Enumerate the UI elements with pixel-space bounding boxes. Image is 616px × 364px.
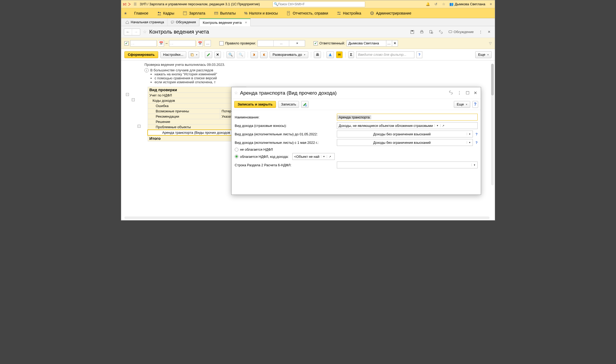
preview-icon[interactable] xyxy=(428,29,435,35)
global-search[interactable]: 🔍 xyxy=(273,1,365,7)
radio-tax[interactable] xyxy=(235,155,238,158)
bell-icon[interactable]: 🔔 xyxy=(425,2,430,7)
tab-control[interactable]: Контроль ведения учета✕ xyxy=(199,19,251,26)
ellipsis-icon[interactable]: … xyxy=(273,40,289,46)
date-to-input[interactable]: . . xyxy=(169,40,196,47)
more-icon[interactable]: ⋮ xyxy=(456,89,463,96)
close-icon[interactable]: ✕ xyxy=(245,21,247,24)
write-close-button[interactable]: Записать и закрыть xyxy=(234,101,276,108)
open-icon[interactable]: ↗ xyxy=(440,124,446,127)
history-icon[interactable]: ↺ xyxy=(433,2,438,7)
ellipsis-icon[interactable]: … xyxy=(386,40,392,47)
svg-point-12 xyxy=(338,12,339,13)
tree-collapse-icon[interactable]: − xyxy=(126,93,129,96)
edit-button[interactable] xyxy=(205,51,212,58)
write-button[interactable]: Записать xyxy=(278,101,299,108)
menu-taxes[interactable]: %Налоги и взносы xyxy=(240,8,282,18)
rule-checkbox[interactable]: ✔ xyxy=(219,41,224,45)
download-button[interactable] xyxy=(327,51,334,58)
help-button[interactable]: ? xyxy=(472,101,478,108)
radio-notax[interactable] xyxy=(235,148,238,151)
save-icon[interactable] xyxy=(409,29,416,35)
clear-icon[interactable]: ✕ xyxy=(392,40,398,47)
help-icon[interactable]: ? xyxy=(475,141,478,145)
dropdown-icon[interactable]: ▾ xyxy=(472,164,477,166)
user-menu[interactable]: 👥 Дымкова Светлана xyxy=(449,2,485,6)
scrollbar-vertical[interactable] xyxy=(491,64,494,185)
name-field[interactable]: Аренда транспорта xyxy=(337,114,478,121)
row-reasons[interactable]: Возможные причины xyxy=(148,109,220,114)
menu-salary[interactable]: Зарплата xyxy=(178,8,209,18)
history-button[interactable] xyxy=(301,101,309,108)
print-button[interactable]: 🖶 xyxy=(314,51,321,58)
menu-personnel[interactable]: Кадры xyxy=(153,8,179,18)
dropdown-icon[interactable]: ▾ xyxy=(467,141,473,144)
rule-field[interactable]: …✕ xyxy=(257,40,305,47)
section2-field[interactable]: ▾ xyxy=(337,162,478,168)
close-icon[interactable]: ✕ xyxy=(486,29,492,35)
menu-lines-icon[interactable]: ≡ xyxy=(488,2,493,7)
tree-collapse-icon[interactable]: − xyxy=(138,125,141,128)
menu-admin[interactable]: Администрирование xyxy=(365,8,416,18)
tab-discussions[interactable]: Обсуждения xyxy=(167,18,200,26)
more-icon[interactable]: ⋮ xyxy=(477,29,484,35)
svg-point-26 xyxy=(305,105,307,106)
hamburger-icon[interactable]: ☰ xyxy=(133,2,138,7)
filter-input[interactable]: Введите слово для фильтр... xyxy=(356,51,414,58)
more-button[interactable]: Еще xyxy=(475,51,492,58)
print-icon[interactable] xyxy=(418,29,425,35)
link-icon[interactable] xyxy=(437,29,445,35)
exec2-field[interactable]: Доходы без ограничения взысканий ▾ xyxy=(337,139,473,146)
favorite-star-icon[interactable]: ☆ xyxy=(234,90,238,95)
help-button[interactable]: ? xyxy=(416,51,422,58)
close-icon[interactable]: ✕ xyxy=(473,89,478,96)
tab-home[interactable]: Начальная страница xyxy=(122,18,167,26)
dropdown-icon[interactable]: ▾ xyxy=(467,133,473,135)
expand-button[interactable] xyxy=(260,51,268,58)
dropdown-icon[interactable]: ▾ xyxy=(321,155,327,158)
link-icon[interactable] xyxy=(448,89,454,97)
menu-main[interactable]: Главное xyxy=(130,8,153,18)
filter-funnel-icon[interactable]: ▽ xyxy=(489,41,492,45)
exec1-field[interactable]: Доходы без ограничения взысканий ▾ xyxy=(337,131,473,137)
menu-reports[interactable]: Отчетность, справки xyxy=(282,8,332,18)
help-icon[interactable]: ? xyxy=(475,132,478,136)
row-recom[interactable]: Рекомендации xyxy=(148,114,220,119)
discussion-button[interactable]: Обсуждение xyxy=(447,29,475,35)
collapse-button[interactable] xyxy=(251,51,258,58)
favorite-star-icon[interactable]: ☆ xyxy=(143,29,147,34)
search-input[interactable] xyxy=(278,2,364,6)
resp-value[interactable]: Дымкова Светлана xyxy=(347,40,386,47)
menu-payouts[interactable]: Выплаты xyxy=(210,8,240,18)
forward-button[interactable]: → xyxy=(132,29,140,35)
favorites-star[interactable]: ★ xyxy=(121,11,130,15)
open-icon[interactable]: ↗ xyxy=(327,155,333,158)
tax-code-field[interactable]: <Объект не най ▾ ↗ xyxy=(292,153,335,160)
clear-button[interactable]: ✕ xyxy=(214,51,221,58)
date-from-input[interactable]: . . xyxy=(130,40,157,47)
resp-checkbox[interactable]: ✔ xyxy=(314,41,318,45)
svg-point-13 xyxy=(339,13,340,15)
expand-to-button[interactable]: Разворачивать до xyxy=(270,51,308,58)
zoom-in-button[interactable]: 🔍 xyxy=(227,51,235,58)
star-icon[interactable]: ☆ xyxy=(441,2,446,7)
email-button[interactable]: ✉ xyxy=(336,51,343,58)
menu-settings[interactable]: Настройка xyxy=(332,8,365,18)
insurance-field[interactable]: Доходы, не являющиеся объектом обложения… xyxy=(337,122,478,129)
calendar-icon[interactable]: 📅 xyxy=(158,40,164,47)
copy-settings-button[interactable] xyxy=(188,51,199,58)
back-button[interactable]: ← xyxy=(124,29,132,35)
generate-button[interactable]: Сформировать xyxy=(124,51,158,58)
calendar-icon[interactable]: 📅 xyxy=(197,40,203,47)
tree-collapse-icon[interactable]: − xyxy=(132,98,135,101)
scrollbar-horizontal[interactable] xyxy=(124,216,490,219)
date-checkbox[interactable]: ✔ xyxy=(124,41,129,45)
clear-icon[interactable]: ✕ xyxy=(289,40,305,46)
more-button[interactable]: Еще xyxy=(454,101,470,108)
sum-button[interactable]: Σ xyxy=(348,51,354,58)
zoom-out-button[interactable]: 🔍 xyxy=(237,51,245,58)
dropdown-icon[interactable]: ▾ xyxy=(434,124,440,127)
date-more-button[interactable]: … xyxy=(205,40,211,47)
settings-button[interactable]: Настройки... xyxy=(160,51,186,58)
maximize-icon[interactable]: ☐ xyxy=(465,89,470,96)
